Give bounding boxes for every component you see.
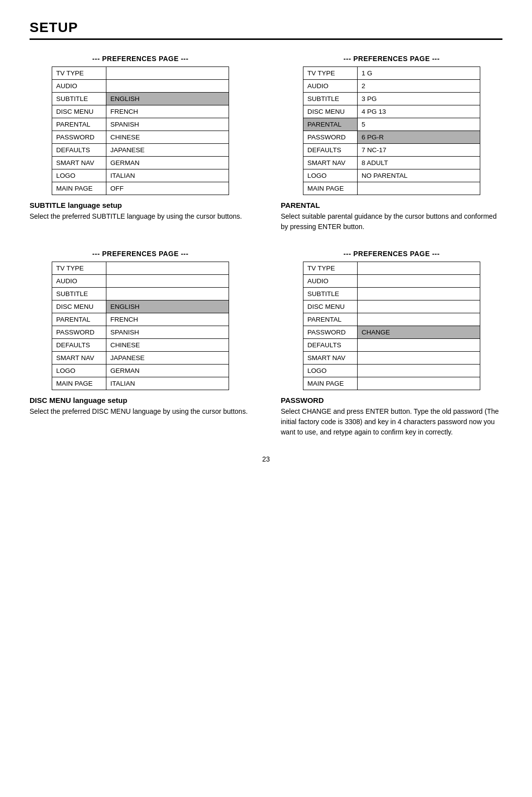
table-cell-left: PARENTAL <box>52 313 106 326</box>
table-row: SMART NAVGERMAN <box>52 157 229 169</box>
table-cell-left: SMART NAV <box>52 157 106 169</box>
table-row: DEFAULTSCHINESE <box>52 339 229 352</box>
table-row: SUBTITLEENGLISH <box>52 93 229 105</box>
col-left: --- PREFERENCES PAGE ---TV TYPEAUDIOSUBT… <box>30 55 251 232</box>
table-cell-left: DEFAULTS <box>52 339 106 352</box>
table-cell-right: 1 G <box>358 67 480 80</box>
table-cell-left: DEFAULTS <box>52 144 106 157</box>
table-row: PARENTALSPANISH <box>52 118 229 131</box>
table-cell-left: PASSWORD <box>303 326 358 339</box>
table-cell-right <box>358 182 480 195</box>
desc-title: PASSWORD <box>281 396 502 404</box>
desc-title: PARENTAL <box>281 201 502 209</box>
table-cell-left: SMART NAV <box>303 157 358 169</box>
pref-label: --- PREFERENCES PAGE --- <box>30 250 251 258</box>
table-row: MAIN PAGE <box>303 377 480 390</box>
table-cell-right <box>358 288 480 300</box>
pref-table: TV TYPEAUDIOSUBTITLEENGLISHDISC MENUFREN… <box>52 66 229 195</box>
table-cell-right: 2 <box>358 80 480 93</box>
table-cell-right <box>358 275 480 288</box>
table-cell-left: PASSWORD <box>52 131 106 144</box>
table-cell-left: AUDIO <box>52 80 106 93</box>
table-cell-right: JAPANESE <box>106 144 229 157</box>
table-cell-right: 3 PG <box>358 93 480 105</box>
table-cell-left: LOGO <box>303 365 358 377</box>
table-cell-right: CHINESE <box>106 131 229 144</box>
pref-block: --- PREFERENCES PAGE ---TV TYPEAUDIOSUBT… <box>30 250 251 390</box>
table-row: PARENTAL5 <box>303 118 480 131</box>
table-cell-left: PARENTAL <box>303 118 358 131</box>
table-row: SUBTITLE3 PG <box>303 93 480 105</box>
col-right: --- PREFERENCES PAGE ---TV TYPEAUDIOSUBT… <box>281 250 502 437</box>
table-row: SMART NAVJAPANESE <box>52 352 229 365</box>
table-cell-left: AUDIO <box>303 275 358 288</box>
table-cell-right <box>358 352 480 365</box>
page-title: SETUP <box>30 20 502 40</box>
table-row: TV TYPE1 G <box>303 67 480 80</box>
table-cell-right: GERMAN <box>106 365 229 377</box>
table-row: LOGOGERMAN <box>52 365 229 377</box>
table-row: AUDIO2 <box>303 80 480 93</box>
two-col-section: --- PREFERENCES PAGE ---TV TYPEAUDIOSUBT… <box>30 250 502 437</box>
desc-title: DISC MENU language setup <box>30 396 251 404</box>
description-section: PASSWORDSelect CHANGE and press ENTER bu… <box>281 396 502 437</box>
table-row: AUDIO <box>303 275 480 288</box>
table-cell-left: MAIN PAGE <box>52 182 106 195</box>
table-row: PASSWORDSPANISH <box>52 326 229 339</box>
table-cell-left: LOGO <box>52 365 106 377</box>
table-row: MAIN PAGEOFF <box>52 182 229 195</box>
table-cell-right <box>358 339 480 352</box>
table-cell-right: ENGLISH <box>106 93 229 105</box>
table-row: DEFAULTS7 NC-17 <box>303 144 480 157</box>
table-cell-left: MAIN PAGE <box>303 182 358 195</box>
table-cell-right <box>106 288 229 300</box>
table-cell-right: 7 NC-17 <box>358 144 480 157</box>
table-cell-left: AUDIO <box>303 80 358 93</box>
table-row: DISC MENUFRENCH <box>52 105 229 118</box>
table-row: TV TYPE <box>303 262 480 275</box>
table-row: PARENTAL <box>303 313 480 326</box>
table-cell-right: GERMAN <box>106 157 229 169</box>
table-cell-right: ITALIAN <box>106 169 229 182</box>
table-cell-right: NO PARENTAL <box>358 169 480 182</box>
pref-block: --- PREFERENCES PAGE ---TV TYPEAUDIOSUBT… <box>281 250 502 390</box>
table-cell-left: SUBTITLE <box>303 93 358 105</box>
table-row: DISC MENU <box>303 300 480 313</box>
table-cell-left: LOGO <box>303 169 358 182</box>
pref-label: --- PREFERENCES PAGE --- <box>30 55 251 63</box>
table-cell-right: ITALIAN <box>106 377 229 390</box>
table-row: DEFAULTSJAPANESE <box>52 144 229 157</box>
two-col-section: --- PREFERENCES PAGE ---TV TYPEAUDIOSUBT… <box>30 55 502 232</box>
table-cell-right: SPANISH <box>106 118 229 131</box>
table-row: PARENTALFRENCH <box>52 313 229 326</box>
table-row: LOGOITALIAN <box>52 169 229 182</box>
description-section: PARENTALSelect suitable parental guidanc… <box>281 201 502 232</box>
table-row: DISC MENU4 PG 13 <box>303 105 480 118</box>
table-row: MAIN PAGEITALIAN <box>52 377 229 390</box>
pref-table: TV TYPEAUDIOSUBTITLEDISC MENUENGLISHPARE… <box>52 262 229 390</box>
table-cell-right: SPANISH <box>106 326 229 339</box>
table-cell-left: SMART NAV <box>303 352 358 365</box>
table-row: SMART NAV8 ADULT <box>303 157 480 169</box>
table-cell-right: CHANGE <box>358 326 480 339</box>
table-cell-left: TV TYPE <box>303 262 358 275</box>
table-cell-left: PARENTAL <box>303 313 358 326</box>
desc-text: Select CHANGE and press ENTER button. Ty… <box>281 406 502 437</box>
pref-block: --- PREFERENCES PAGE ---TV TYPEAUDIOSUBT… <box>30 55 251 195</box>
table-cell-right: 8 ADULT <box>358 157 480 169</box>
pref-table: TV TYPE1 GAUDIO2SUBTITLE3 PGDISC MENU4 P… <box>303 66 480 195</box>
table-row: MAIN PAGE <box>303 182 480 195</box>
table-cell-right: CHINESE <box>106 339 229 352</box>
table-cell-right <box>358 262 480 275</box>
table-cell-left: LOGO <box>52 169 106 182</box>
table-cell-right: ENGLISH <box>106 300 229 313</box>
table-cell-left: PASSWORD <box>303 131 358 144</box>
table-row: PASSWORDCHINESE <box>52 131 229 144</box>
col-right: --- PREFERENCES PAGE ---TV TYPE1 GAUDIO2… <box>281 55 502 232</box>
table-row: SUBTITLE <box>52 288 229 300</box>
table-row: SMART NAV <box>303 352 480 365</box>
table-cell-right <box>358 365 480 377</box>
table-row: TV TYPE <box>52 67 229 80</box>
table-cell-left: DISC MENU <box>303 300 358 313</box>
desc-text: Select the preferred DISC MENU language … <box>30 406 251 417</box>
